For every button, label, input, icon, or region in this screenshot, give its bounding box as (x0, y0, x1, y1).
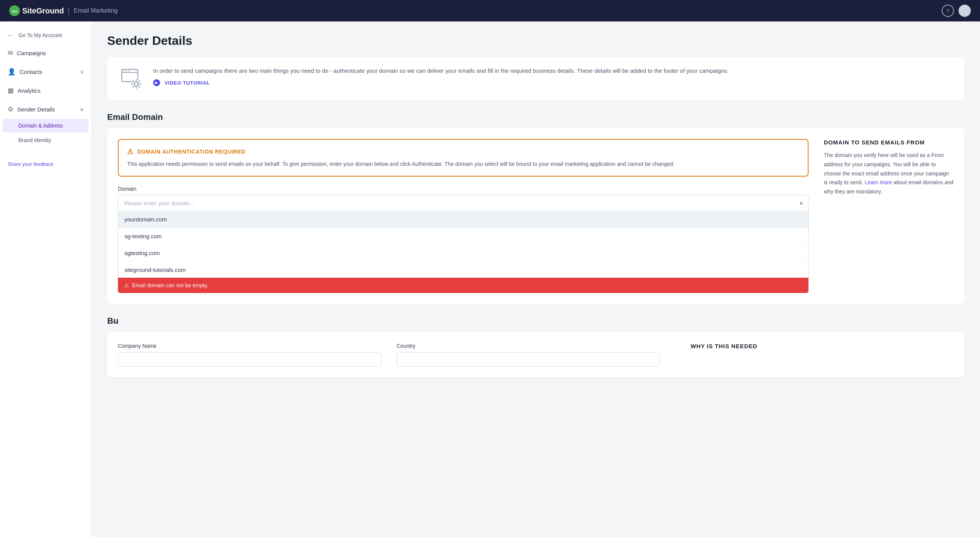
country-input[interactable] (397, 352, 660, 367)
side-section-title: DOMAIN TO SEND EMAILS FROM (824, 139, 954, 146)
business-card: Company Name Country WHY IS THIS NEEDED (107, 332, 965, 377)
brand-identity-label: Brand identity (18, 137, 51, 143)
sidebar-divider (6, 152, 85, 152)
sender-details-label: Sender Details (17, 106, 55, 113)
campaigns-label: Campaigns (17, 50, 46, 56)
help-button[interactable]: ? (942, 5, 954, 17)
alert-body-text: This application needs permission to sen… (127, 160, 799, 168)
sidebar-item-back[interactable]: ← Go To My Account (0, 28, 91, 43)
svg-line-15 (139, 81, 140, 82)
dropdown-item-value-2: sgtesting.com (124, 250, 160, 256)
sidebar-item-analytics[interactable]: ▦ Analytics (0, 82, 91, 99)
dropdown-item-1[interactable]: sg-testing.com (118, 228, 808, 245)
product-name: Email Marketing (74, 7, 118, 14)
domain-input-wrap: ∧ (118, 195, 808, 211)
contacts-icon: 👤 (8, 68, 16, 76)
country-field: Country (397, 343, 660, 367)
sidebar-section-contacts: 👤 Contacts ∨ (0, 63, 91, 80)
svg-point-5 (126, 70, 127, 72)
avatar[interactable] (959, 5, 971, 17)
sidebar-section-analytics: ▦ Analytics (0, 82, 91, 99)
sidebar-item-sender-details[interactable]: ⚙ Sender Details ∧ (0, 101, 91, 118)
video-label: VIDEO TUTORIAL (165, 80, 210, 86)
top-navigation: SG SiteGround | Email Marketing ? (0, 0, 980, 21)
video-tutorial-link[interactable]: VIDEO TUTORIAL (153, 79, 210, 86)
analytics-label: Analytics (18, 87, 41, 94)
domain-input[interactable] (118, 195, 808, 211)
svg-point-4 (124, 70, 125, 72)
svg-point-6 (128, 70, 129, 72)
dropdown-item-0[interactable]: yourdomain.com (118, 211, 808, 228)
sender-details-icon: ⚙ (8, 105, 13, 113)
logo-icon: SG (9, 5, 20, 16)
sidebar-section-campaigns: ✉ Campaigns (0, 44, 91, 62)
back-label: Go To My Account (18, 32, 62, 38)
sender-details-chevron-icon: ∧ (80, 106, 84, 112)
alert-warning-icon: ⚠ (127, 147, 134, 156)
sidebar: ← Go To My Account ✉ Campaigns 👤 Contact… (0, 21, 92, 537)
logo-divider: | (68, 7, 70, 15)
logo: SG SiteGround | Email Marketing (9, 5, 118, 16)
dropdown-item-value-1: sg-testing.com (124, 233, 162, 239)
business-side-title: WHY IS THIS NEEDED (691, 343, 954, 349)
domain-field: Domain ∧ yourdomain.com sg-testing.com (118, 186, 808, 293)
email-domain-title: Email Domain (107, 112, 965, 122)
main-content: Sender Details (92, 21, 980, 537)
sidebar-item-campaigns[interactable]: ✉ Campaigns (0, 44, 91, 62)
analytics-icon: ▦ (8, 87, 14, 95)
learn-more-link[interactable]: Learn more (865, 179, 892, 185)
learn-more-text: Learn more (865, 179, 892, 185)
auth-alert: ⚠ DOMAIN AUTHENTICATION REQUIRED This ap… (118, 139, 808, 177)
error-warning-icon: ⚠ (124, 282, 129, 288)
app-layout: ← Go To My Account ✉ Campaigns 👤 Contact… (0, 21, 980, 537)
domain-error-bar: ⚠ Email domain can not be empty. (118, 278, 808, 293)
info-description: In order to send campaigns there are two… (153, 66, 728, 75)
domain-card: ⚠ DOMAIN AUTHENTICATION REQUIRED This ap… (107, 128, 965, 304)
sidebar-submenu: Domain & Address Brand identity (0, 119, 91, 147)
brand-name: SiteGround (22, 7, 64, 15)
svg-line-16 (133, 86, 134, 87)
sidebar-item-domain-address[interactable]: Domain & Address (3, 119, 88, 133)
domain-main: ⚠ DOMAIN AUTHENTICATION REQUIRED This ap… (118, 139, 808, 293)
nav-left: SG SiteGround | Email Marketing (9, 5, 118, 16)
help-icon: ? (946, 8, 949, 14)
page-title: Sender Details (107, 34, 965, 48)
campaigns-icon: ✉ (8, 49, 13, 57)
business-section-title: Bu (107, 316, 965, 326)
svg-line-13 (133, 81, 134, 82)
feedback-label: Share your feedback (8, 161, 54, 167)
svg-text:SG: SG (12, 9, 18, 13)
dropdown-item-3[interactable]: siteground-tutorials.com (118, 262, 808, 278)
domain-side-info: DOMAIN TO SEND EMAILS FROM The domain yo… (824, 139, 954, 293)
back-arrow-icon: ← (8, 32, 13, 38)
business-side: WHY IS THIS NEEDED (675, 343, 954, 367)
domain-dropdown-chevron-icon[interactable]: ∧ (799, 200, 803, 206)
country-label: Country (397, 343, 660, 349)
sidebar-item-brand-identity[interactable]: Brand identity (0, 133, 91, 147)
company-name-input[interactable] (118, 352, 381, 367)
svg-line-14 (139, 86, 140, 87)
side-section-text: The domain you verify here will be used … (824, 151, 954, 196)
company-name-field: Company Name (118, 343, 381, 367)
company-name-label: Company Name (118, 343, 381, 349)
domain-field-label: Domain (118, 186, 808, 192)
business-section: Bu Company Name Country WHY IS THIS NEED… (107, 316, 965, 377)
alert-title-row: ⚠ DOMAIN AUTHENTICATION REQUIRED (127, 147, 799, 156)
contacts-label: Contacts (20, 69, 42, 75)
error-message: Email domain can not be empty. (132, 282, 208, 288)
domain-address-label: Domain & Address (18, 123, 63, 129)
domain-dropdown-list: yourdomain.com sg-testing.com sgtesting.… (118, 211, 808, 278)
sidebar-feedback[interactable]: Share your feedback (0, 157, 91, 172)
dropdown-item-2[interactable]: sgtesting.com (118, 245, 808, 262)
nav-right: ? (942, 5, 971, 17)
sidebar-section-sender-details: ⚙ Sender Details ∧ Domain & Address Bran… (0, 101, 91, 147)
dropdown-item-value-3: siteground-tutorials.com (124, 267, 186, 273)
sidebar-item-contacts[interactable]: 👤 Contacts ∨ (0, 63, 91, 80)
info-card: In order to send campaigns there are two… (107, 57, 965, 100)
dropdown-item-value-0: yourdomain.com (124, 216, 167, 223)
alert-title-text: DOMAIN AUTHENTICATION REQUIRED (137, 149, 245, 155)
browser-gear-icon (119, 66, 144, 91)
contacts-chevron-icon: ∨ (80, 69, 84, 75)
logo-area: SG SiteGround | Email Marketing (9, 5, 118, 16)
info-text-block: In order to send campaigns there are two… (153, 66, 728, 86)
